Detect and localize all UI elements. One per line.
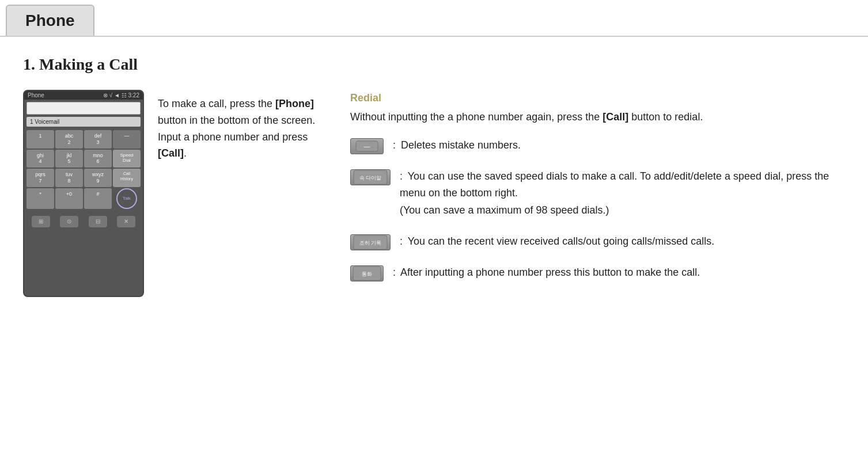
left-text-end: . (184, 147, 187, 159)
header-tab: Phone (6, 5, 94, 36)
key-6: mno6 (84, 150, 112, 168)
key-star: * (26, 188, 54, 209)
phone-statusbar: Phone ⊗ √ ◄ ☷ 3:22 (24, 91, 143, 100)
svg-text:속 다이알: 속 다이알 (359, 175, 382, 181)
feature-call-button: 통화 : After inputting a phone number pres… (350, 264, 845, 281)
phone-btn-close: ✕ (117, 216, 135, 227)
speed-dial-icon: 속 다이알 (350, 169, 391, 185)
key-speed-dial: SpeedDial (113, 150, 141, 168)
speed-dial-icon-svg: 속 다이알 (353, 170, 388, 185)
call-history-text: : You can the recent view received calls… (400, 233, 845, 250)
two-column-layout: Phone ⊗ √ ◄ ☷ 3:22 1 Voicemail 1 abc2 de… (23, 90, 845, 297)
call-history-icon-svg: 조히 기록 (353, 235, 388, 250)
svg-text:—: — (364, 143, 370, 150)
phone-voicemail: 1 Voicemail (26, 117, 141, 127)
key-1: 1 (26, 130, 54, 149)
key-0: +0 (55, 188, 83, 209)
phone-status-right: ⊗ √ ◄ ☷ 3:22 (103, 92, 139, 98)
redial-description: Without inputting the a phone number aga… (350, 109, 845, 125)
redial-title: Redial (350, 90, 845, 106)
key-2: abc2 (55, 130, 83, 149)
key-3: def3 (84, 130, 112, 149)
key-hash: # (84, 188, 112, 209)
svg-text:통화: 통화 (362, 271, 372, 277)
call-button-icon-svg: 통화 (352, 266, 381, 281)
delete-icon: — (350, 138, 384, 154)
key-delete: — (113, 130, 141, 149)
phone-screen-mockup: Phone ⊗ √ ◄ ☷ 3:22 1 Voicemail 1 abc2 de… (23, 90, 144, 297)
redial-call-button: [Call] (602, 111, 628, 123)
feature-call-history: 조히 기록 : You can the recent view received… (350, 233, 845, 250)
redial-desc-before: Without inputting the a phone number aga… (350, 111, 602, 123)
key-7: pqrs7 (26, 169, 54, 187)
key-8: tuv8 (55, 169, 83, 187)
left-description: To make a call, press the [Phone] button… (158, 90, 319, 162)
left-text-middle: button in the bottom of the screen. Inpu… (158, 115, 315, 143)
left-text-before: To make a call, press the (158, 98, 275, 109)
header: Phone (0, 0, 868, 37)
section-title: 1. Making a Call (23, 55, 845, 74)
key-4: ghi4 (26, 150, 54, 168)
phone-status-left: Phone (28, 92, 44, 98)
feature-speed-dial: 속 다이알 : You can use the saved speed dial… (350, 168, 845, 219)
key-talk: Talk (116, 188, 137, 209)
feature-delete: — : Deletes mistake numbers. (350, 137, 845, 154)
phone-btn-grid: ⊟ (89, 216, 107, 227)
phone-bottombar: ⊞ ⊙ ⊟ ✕ (24, 214, 143, 230)
call-button-text: : After inputting a phone number press t… (393, 264, 845, 281)
left-phone-button: [Phone] (275, 98, 314, 109)
delete-text: : Deletes mistake numbers. (393, 137, 845, 154)
redial-desc-after: button to redial. (628, 111, 703, 123)
call-button-icon: 통화 (350, 265, 384, 281)
key-call-history: CallHistory (113, 169, 141, 187)
speed-dial-text: : You can use the saved speed dials to m… (400, 168, 845, 219)
key-5: jkl5 (55, 150, 83, 168)
svg-text:조히 기록: 조히 기록 (359, 240, 382, 246)
key-9: wxyz9 (84, 169, 112, 187)
left-call-button: [Call] (158, 147, 184, 159)
phone-input-bar (26, 102, 141, 115)
phone-btn-ok: ⊙ (60, 216, 78, 227)
delete-icon-svg: — (355, 140, 378, 152)
phone-btn-windows: ⊞ (32, 216, 50, 227)
phone-keypad: 1 abc2 def3 — ghi4 jkl5 mno6 SpeedDial p… (24, 128, 143, 211)
right-column: Redial Without inputting the a phone num… (350, 90, 845, 295)
main-content: 1. Making a Call Phone ⊗ √ ◄ ☷ 3:22 1 Vo… (0, 55, 868, 297)
call-history-icon: 조히 기록 (350, 234, 391, 250)
left-column: Phone ⊗ √ ◄ ☷ 3:22 1 Voicemail 1 abc2 de… (23, 90, 323, 297)
